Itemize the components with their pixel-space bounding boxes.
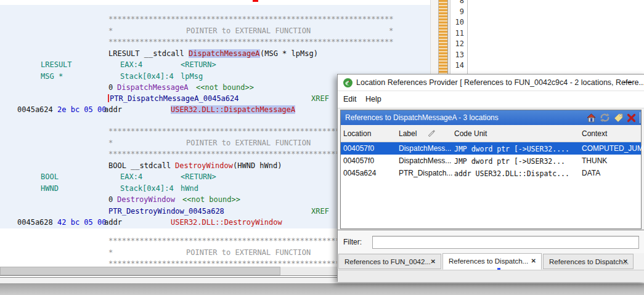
references-tab[interactable]: References to Dispatch...✕ [442,253,542,270]
code-token: EAX:4 [120,172,142,181]
code-token: POINTER to EXTERNAL FUNCTION [186,248,311,257]
desktop-band [0,283,644,295]
code-token: DispatchMessageA [117,83,189,92]
close-icon[interactable] [626,113,637,123]
filter-label: Filter: [343,238,362,246]
code-token: 0045a628 [17,218,53,227]
code-token: ****************************************… [108,38,393,46]
code-token: PTR_DispatchMessageA_0045a624 [110,94,239,103]
home-icon[interactable] [586,113,597,123]
column-header-label[interactable]: Label [399,129,417,138]
code-token: 0 [108,195,113,204]
cell-label: DispatchMess... [399,144,451,153]
tab-close-icon[interactable]: ✕ [431,258,436,265]
code-token: lpMsg [181,72,203,81]
code-line: *POINTER to EXTERNAL FUNCTION* [0,26,438,36]
code-token: (HWND hWnd) [233,161,282,170]
code-token: <<not bound>> [182,195,240,204]
code-token: * [108,139,113,147]
code-token: (MSG * lpMsg) [260,49,318,58]
references-frame: References to DispatchMessageA - 3 locat… [340,110,642,229]
table-row[interactable]: 004057f0DispatchMess...JMP dword ptr [->… [341,155,641,167]
code-token: USER32.DLL::DispatchMessageA [171,105,295,114]
code-token: ****************************************… [108,15,393,23]
table-row[interactable]: 0045a624PTR_Dispatch...addr USER32.DLL::… [341,167,641,179]
tab-label: References to Dispatch... [549,258,629,265]
dialog-title: Location References Provider [ Reference… [356,78,644,87]
tab-close-icon[interactable]: ✕ [531,257,536,264]
code-line: if(BVar2!=0){ [450,61,644,70]
tag-icon[interactable] [613,113,624,123]
cell-location: 004057f0 [343,156,374,165]
cell-location: 0045a624 [343,169,376,177]
code-token: LRESULT __stdcall [108,49,189,58]
filter-input[interactable] [372,236,639,249]
tab-strip: References to FUN_0042...✕References to … [338,253,644,270]
cut-off-red-text [253,0,258,2]
code-token: BOOL [41,172,59,181]
cell-code_unit: addr USER32.DLL::Dispatc... [454,169,569,178]
header-separator [640,112,640,123]
code-line: tagMSGlocal_24; [450,18,644,27]
cell-label: DispatchMess... [399,156,451,165]
scrollbar-thumb[interactable] [0,267,280,275]
ghidra-dragon-icon [343,78,353,88]
code-token: 0 [108,83,113,92]
menu-item-edit[interactable]: Edit [343,95,357,103]
table-header[interactable]: LocationLabelCode UnitContext [341,125,641,142]
code-token: PTR_DestroyWindow_0045a628 [108,207,224,216]
table-row[interactable]: 004057f0DispatchMess...JMP dword ptr [->… [341,142,641,155]
code-token: XREF [311,207,329,216]
code-token: hWnd [181,184,198,193]
code-token: <RETURN> [181,60,216,69]
code-token: BOOL __stdcall [108,161,175,170]
code-token: DestroyWindow [175,161,233,170]
references-tab[interactable]: References to Dispatch...✕ [543,254,634,269]
code-line: LRESULT __stdcall DispatchMessageA(MSG *… [0,49,438,59]
code-token: Stack[0x4]:4 [120,184,174,193]
code-token: Stack[0x4]:4 [120,72,174,81]
code-token: MSG * [41,72,63,81]
dialog-bottom-strip [338,270,644,282]
location-references-dialog: Location References Provider [ Reference… [337,74,644,281]
cell-code_unit: JMP dword ptr [->USER32... [454,157,565,166]
code-line: ****************************************… [0,38,438,47]
tab-label: References to FUN_0042... [344,258,431,265]
code-token: <RETURN> [181,172,216,181]
code-token: * [108,26,113,35]
code-token: DispatchMessageA [189,49,260,58]
code-token: POINTER to EXTERNAL FUNCTION [186,26,311,35]
references-tab[interactable]: References to FUN_0042...✕ [338,254,441,269]
column-header-location[interactable]: Location [343,129,371,138]
cell-label: PTR_Dispatch... [399,169,452,177]
code-token: addr [104,105,122,114]
code-token: <<not bound>> [196,83,254,92]
dialog-title-bar[interactable]: Location References Provider [ Reference… [338,75,644,91]
code-line: undefined4uVar4; [450,0,644,6]
listing-horizontal-scrollbar[interactable] [0,267,337,275]
cell-location: 004057f0 [343,144,374,153]
cell-context: COMPUTED_JUMP [582,144,644,153]
code-token: HWND [41,184,59,193]
minimize-button[interactable]: — [624,76,632,86]
refresh-icon[interactable] [600,113,610,123]
column-header-context[interactable]: Context [582,129,607,138]
dialog-menu-bar: EditHelp [338,91,644,108]
code-line: charlocal_28[4]; [450,7,644,17]
column-header-code_unit[interactable]: Code Unit [454,129,487,138]
code-token: LRESULT [41,60,72,69]
code-token: USER32.DLL::DestroyWindow [171,218,282,227]
cell-context: DATA [582,169,600,177]
code-token: 42 bc 05 00 [57,218,106,227]
code-token: XREF [311,94,329,103]
code-token: 2e bc 05 00 [57,105,106,114]
menu-item-help[interactable]: Help [365,95,381,103]
cell-code_unit: JMP dword ptr [->USER32.... [454,145,569,153]
code-line: uVar4=0; [450,39,644,49]
code-token: EAX:4 [120,60,142,69]
line-number: 11 [450,29,464,38]
code-line: ****************************************… [0,15,438,24]
cursor-caret [108,94,109,102]
tab-close-icon[interactable]: ✕ [623,258,628,265]
filter-row: Filter: [338,230,644,253]
